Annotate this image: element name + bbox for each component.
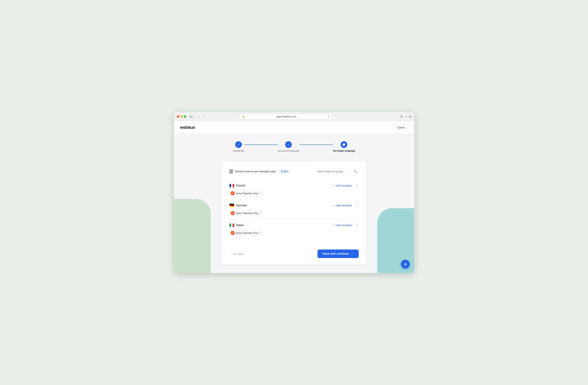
minimize-dot[interactable] — [180, 115, 183, 118]
new-tab-button[interactable]: ＋ — [404, 114, 407, 118]
more-button-german[interactable]: ⋮ — [355, 204, 359, 207]
plus-icon-german: + — [334, 204, 335, 207]
back-button[interactable]: ‹ — [198, 114, 200, 119]
remove-translator-italian-1[interactable]: × — [260, 232, 261, 234]
add-translator-button-italian[interactable]: + Add translator — [334, 224, 352, 227]
language-name-row-german: 🇩🇪 German — [229, 203, 247, 208]
language-name-german: German — [236, 204, 247, 207]
language-actions-french: + Add translator ⋮ — [334, 184, 359, 188]
language-item-italian: 🇮🇹 Italian + Add translator ⋮ — [229, 220, 359, 239]
translator-tags-french: IT Ivana Trpevska (You) × — [229, 190, 359, 196]
more-button-italian[interactable]: ⋮ — [355, 223, 359, 227]
file-row: redokun-how-to-use-managers.pptx English… — [229, 168, 359, 175]
add-translator-button-french[interactable]: + Add translator — [334, 184, 352, 187]
translator-tag-french-1: IT Ivana Trpevska (You) × — [229, 190, 263, 196]
close-button[interactable]: Close — [394, 124, 408, 131]
flag-german: 🇩🇪 — [229, 203, 234, 208]
file-icon — [229, 169, 233, 174]
maximize-dot[interactable] — [184, 115, 186, 118]
translator-tag-italian-1: IT Ivana Trpevska (You) × — [229, 230, 263, 236]
source-language-badge: English — [279, 170, 290, 173]
address-bar: 🔒 app2.redokun.com ↻ — [240, 114, 332, 119]
remove-translator-french-1[interactable]: × — [260, 192, 261, 194]
step-source-language: ✓ Set source language — [277, 141, 299, 152]
app-container: redokun Close ✓ Upload file ✓ — [174, 121, 414, 273]
check-icon-2: ✓ — [287, 143, 290, 146]
browser-toolbar: ⊞ ∨ ‹ › 🔒 app2.redokun.com ↻ ⬆ ＋ ⧉ — [174, 112, 414, 121]
help-icon: ⊕ — [404, 262, 407, 266]
add-translator-label-german: Add translator — [336, 204, 352, 207]
translator-tags-german: IT Ivana Trpevska (You) × — [229, 210, 359, 216]
card-footer: ← Go back Save and continue → — [229, 246, 359, 258]
add-translator-label-italian: Add translator — [336, 224, 352, 227]
file-info: redokun-how-to-use-managers.pptx English — [229, 169, 290, 174]
language-item-german: 🇩🇪 German + Add translator ⋮ — [229, 200, 359, 220]
language-actions-german: + Add translator ⋮ — [334, 204, 359, 207]
main-content: ✓ Upload file ✓ Set source language Se — [174, 134, 414, 271]
browser-window: ⊞ ∨ ‹ › 🔒 app2.redokun.com ↻ ⬆ ＋ ⧉ redok… — [174, 112, 414, 273]
search-input[interactable] — [314, 168, 359, 175]
step-1-circle: ✓ — [235, 141, 242, 148]
reload-button[interactable]: ↻ — [328, 115, 330, 118]
language-name-french: French — [236, 184, 245, 187]
main-card: redokun-how-to-use-managers.pptx English… — [222, 161, 366, 265]
plus-icon-french: + — [334, 184, 335, 187]
back-arrow-icon: ← — [229, 252, 232, 255]
language-header-italian: 🇮🇹 Italian + Add translator ⋮ — [229, 223, 359, 228]
flag-french: 🇫🇷 — [229, 183, 234, 188]
url-text[interactable]: app2.redokun.com — [246, 115, 327, 118]
translator-avatar-italian-1: IT — [231, 231, 235, 235]
search-icon: 🔍 — [354, 170, 357, 173]
logo: redokun — [180, 125, 195, 130]
translator-name-italian-1: Ivana Trpevska (You) — [236, 231, 258, 234]
translator-tags-italian: IT Ivana Trpevska (You) × — [229, 230, 359, 236]
step-upload-file: ✓ Upload file — [233, 141, 244, 152]
search-container: 🔍 — [314, 168, 359, 175]
step-1-label: Upload file — [233, 149, 244, 152]
language-header-french: 🇫🇷 French + Add translator ⋮ — [229, 183, 359, 188]
flag-italian: 🇮🇹 — [229, 223, 234, 228]
language-name-row-italian: 🇮🇹 Italian — [229, 223, 244, 228]
file-name: redokun-how-to-use-managers.pptx — [235, 170, 276, 173]
step-3-circle — [341, 141, 347, 148]
forward-button[interactable]: › — [202, 114, 205, 119]
add-translator-label-french: Add translator — [336, 184, 352, 187]
connector-2 — [299, 145, 333, 145]
language-actions-italian: + Add translator ⋮ — [334, 223, 359, 227]
share-button[interactable]: ⬆ — [400, 115, 402, 118]
close-dot[interactable] — [177, 115, 179, 118]
sidebar-toggle-button[interactable]: ⊞ ∨ — [189, 115, 195, 118]
translator-name-french-1: Ivana Trpevska (You) — [236, 192, 258, 195]
plus-icon-italian: + — [334, 224, 335, 227]
arrow-right-icon: → — [351, 252, 354, 255]
language-item-french: 🇫🇷 French + Add translator ⋮ — [229, 180, 359, 200]
save-continue-label: Save and continue — [323, 252, 349, 255]
go-back-label: Go back — [233, 252, 244, 255]
add-translator-button-german[interactable]: + Add translator — [334, 204, 352, 207]
check-icon-1: ✓ — [237, 143, 240, 146]
step-target-language: Set target language — [333, 141, 355, 152]
step-2-circle: ✓ — [285, 141, 292, 148]
stepper: ✓ Upload file ✓ Set source language Se — [180, 141, 408, 152]
go-back-button[interactable]: ← Go back — [229, 252, 244, 255]
more-button-french[interactable]: ⋮ — [355, 184, 359, 188]
tabs-button[interactable]: ⧉ — [409, 115, 411, 118]
lock-icon: 🔒 — [242, 115, 245, 118]
language-name-italian: Italian — [236, 224, 244, 227]
languages-list: 🇫🇷 French + Add translator ⋮ — [229, 180, 359, 239]
connector-1 — [244, 145, 277, 145]
save-continue-button[interactable]: Save and continue → — [317, 249, 359, 258]
help-button[interactable]: ⊕ — [401, 260, 410, 269]
translator-tag-german-1: IT Ivana Trpevska (You) × — [229, 210, 263, 216]
remove-translator-german-1[interactable]: × — [260, 212, 261, 214]
app-header: redokun Close — [174, 121, 414, 134]
step-3-label: Set target language — [333, 149, 355, 152]
translator-name-german-1: Ivana Trpevska (You) — [236, 212, 258, 215]
translator-avatar-french-1: IT — [231, 191, 235, 195]
translator-avatar-german-1: IT — [231, 211, 235, 215]
browser-dots — [177, 115, 186, 118]
browser-actions: ⬆ ＋ ⧉ — [400, 114, 411, 118]
language-name-row-french: 🇫🇷 French — [229, 183, 245, 188]
step-2-label: Set source language — [277, 149, 299, 152]
language-header-german: 🇩🇪 German + Add translator ⋮ — [229, 203, 359, 208]
